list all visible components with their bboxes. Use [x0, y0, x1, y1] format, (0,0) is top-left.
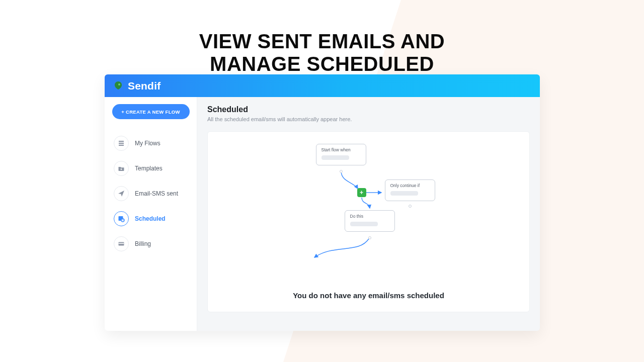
- app-window: Sendif + CREATE A NEW FLOW My Flows Temp…: [105, 74, 540, 331]
- placeholder-bar: [321, 155, 349, 160]
- flow-connectors: [258, 141, 479, 266]
- sidebar-item-label: Email-SMS sent: [135, 190, 178, 197]
- sidebar-item-email-sms-sent[interactable]: Email-SMS sent: [111, 184, 193, 204]
- brand-logo[interactable]: Sendif: [113, 80, 160, 92]
- main-content: Scheduled All the scheduled email/sms wi…: [197, 97, 540, 331]
- flow-node-start: Start flow when: [316, 144, 366, 165]
- placeholder-bar: [390, 191, 418, 196]
- create-flow-button[interactable]: + CREATE A NEW FLOW: [112, 104, 190, 119]
- flow-node-label: Only continue if: [390, 183, 430, 188]
- app-body: + CREATE A NEW FLOW My Flows Templates: [105, 97, 540, 331]
- folder-plus-icon: [114, 161, 129, 176]
- flow-connector-dot: [409, 205, 412, 208]
- calendar-clock-icon: [114, 211, 129, 226]
- flow-add-node-button[interactable]: +: [357, 188, 366, 197]
- svg-rect-5: [121, 169, 122, 169]
- flow-node-action: Do this: [345, 210, 395, 232]
- hero-title: VIEW SENT EMAILS AND MANAGE SCHEDULED: [161, 30, 483, 75]
- flow-node-label: Do this: [350, 214, 389, 219]
- sidebar-item-scheduled[interactable]: Scheduled: [111, 209, 193, 229]
- flow-diagram: Start flow when + Only continue if Do th…: [258, 141, 479, 266]
- flow-connector-dot: [340, 170, 343, 173]
- svg-rect-2: [119, 143, 124, 144]
- stack-icon: [114, 136, 129, 151]
- sidebar-item-label: Scheduled: [135, 215, 166, 222]
- page-subtitle: All the scheduled email/sms will automat…: [207, 116, 530, 122]
- empty-state-card: Start flow when + Only continue if Do th…: [207, 131, 530, 312]
- svg-rect-3: [119, 145, 124, 146]
- brand-name: Sendif: [128, 80, 160, 92]
- flow-node-label: Start flow when: [321, 147, 361, 152]
- sidebar: + CREATE A NEW FLOW My Flows Templates: [105, 97, 197, 331]
- sidebar-item-label: Billing: [135, 240, 151, 247]
- send-icon: [114, 186, 129, 201]
- page-title: Scheduled: [207, 105, 530, 114]
- brand-logo-icon: [113, 80, 124, 92]
- sidebar-item-templates[interactable]: Templates: [111, 158, 193, 178]
- flow-connector-dot: [368, 236, 371, 239]
- sidebar-item-billing[interactable]: Billing: [111, 234, 193, 254]
- empty-state-message: You do not have any email/sms scheduled: [293, 291, 444, 300]
- sidebar-item-my-flows[interactable]: My Flows: [111, 133, 193, 153]
- svg-rect-9: [119, 243, 124, 244]
- sidebar-item-label: Templates: [135, 165, 163, 172]
- sidebar-item-label: My Flows: [135, 140, 160, 147]
- svg-point-0: [118, 83, 120, 85]
- flow-node-condition: Only continue if: [385, 179, 435, 201]
- placeholder-bar: [350, 222, 378, 226]
- app-header: Sendif: [105, 74, 540, 97]
- sidebar-nav: My Flows Templates Email-SMS sent: [109, 133, 193, 254]
- svg-rect-1: [119, 141, 124, 142]
- credit-card-icon: [114, 236, 129, 251]
